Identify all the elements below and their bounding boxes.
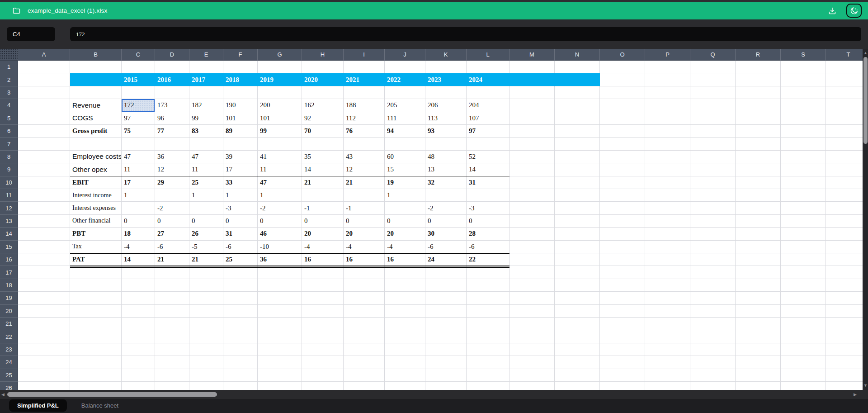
cell[interactable]: 205 <box>385 99 425 112</box>
cell[interactable] <box>258 343 302 356</box>
cell[interactable]: -6 <box>467 241 509 253</box>
cell[interactable] <box>736 215 781 228</box>
cell[interactable]: 0 <box>425 215 467 228</box>
cell[interactable] <box>223 61 258 73</box>
cell[interactable] <box>826 228 863 240</box>
cell[interactable] <box>189 292 223 304</box>
cell[interactable] <box>781 305 826 318</box>
cell[interactable]: 101 <box>258 112 302 125</box>
cell[interactable]: 70 <box>302 125 344 138</box>
cell[interactable] <box>600 189 645 202</box>
cell[interactable] <box>223 266 258 279</box>
cell[interactable] <box>18 189 70 202</box>
cell[interactable] <box>690 99 736 112</box>
row-header[interactable]: 3 <box>0 86 18 99</box>
cell[interactable] <box>600 343 645 356</box>
cell[interactable] <box>600 112 645 125</box>
cell[interactable]: 206 <box>425 99 467 112</box>
cell[interactable] <box>736 343 781 356</box>
row-header[interactable]: 17 <box>0 266 18 279</box>
cell[interactable] <box>425 369 467 382</box>
cell[interactable] <box>509 318 555 330</box>
cell[interactable]: 17 <box>223 163 258 176</box>
row-header[interactable]: 7 <box>0 138 18 150</box>
cell[interactable] <box>645 228 690 240</box>
cell[interactable] <box>18 163 70 176</box>
column-header[interactable]: P <box>645 49 690 61</box>
cell[interactable] <box>690 176 736 189</box>
cell[interactable] <box>736 151 781 163</box>
cell[interactable] <box>155 382 189 390</box>
cell[interactable]: 0 <box>223 215 258 228</box>
column-header[interactable]: M <box>509 49 555 61</box>
row-header[interactable]: 6 <box>0 125 18 138</box>
select-all-corner[interactable] <box>0 49 18 61</box>
cell[interactable]: 14 <box>122 253 155 266</box>
cell[interactable]: -6 <box>223 241 258 253</box>
cell[interactable] <box>18 241 70 253</box>
cell[interactable] <box>555 99 600 112</box>
scroll-up-arrow[interactable]: ▲ <box>863 51 868 55</box>
cell[interactable] <box>645 369 690 382</box>
cell[interactable] <box>70 138 122 150</box>
cell[interactable]: 190 <box>223 99 258 112</box>
cell[interactable] <box>645 382 690 390</box>
cell[interactable] <box>781 202 826 214</box>
cell[interactable]: 21 <box>302 176 344 189</box>
row-label[interactable]: Interest income <box>70 189 122 202</box>
cell[interactable]: 22 <box>467 253 509 266</box>
cell[interactable] <box>781 343 826 356</box>
cell[interactable] <box>555 112 600 125</box>
column-header[interactable]: S <box>781 49 826 61</box>
cell[interactable]: 46 <box>258 228 302 240</box>
cell[interactable]: -1 <box>302 202 344 214</box>
cell[interactable] <box>18 176 70 189</box>
cell[interactable]: 2024 <box>467 73 509 86</box>
cell[interactable] <box>826 61 863 73</box>
cell[interactable] <box>826 253 863 266</box>
cell[interactable]: 2020 <box>302 73 344 86</box>
cell[interactable] <box>690 163 736 176</box>
cell[interactable] <box>690 369 736 382</box>
cell[interactable] <box>826 112 863 125</box>
cell[interactable] <box>826 292 863 304</box>
cell[interactable]: 21 <box>344 176 385 189</box>
cell[interactable] <box>385 266 425 279</box>
column-header[interactable]: H <box>302 49 344 61</box>
cell[interactable]: 97 <box>467 125 509 138</box>
cell[interactable] <box>781 99 826 112</box>
cell[interactable] <box>223 369 258 382</box>
cell[interactable] <box>302 86 344 99</box>
cell[interactable] <box>425 382 467 390</box>
cell[interactable] <box>509 61 555 73</box>
cell[interactable]: 14 <box>467 163 509 176</box>
cell[interactable]: 83 <box>189 125 223 138</box>
cell[interactable] <box>344 86 385 99</box>
column-header[interactable]: G <box>258 49 302 61</box>
cell[interactable] <box>690 86 736 99</box>
cell[interactable]: 52 <box>467 151 509 163</box>
cell[interactable] <box>18 382 70 390</box>
cell[interactable] <box>826 215 863 228</box>
cell[interactable] <box>781 151 826 163</box>
cell[interactable] <box>155 305 189 318</box>
scroll-right-arrow[interactable]: ▶ <box>854 393 857 397</box>
cell[interactable] <box>690 228 736 240</box>
cell[interactable]: 16 <box>302 253 344 266</box>
cell[interactable] <box>425 292 467 304</box>
cell[interactable] <box>258 369 302 382</box>
cell[interactable] <box>70 73 122 86</box>
cell[interactable]: 0 <box>155 215 189 228</box>
horizontal-scrollbar-thumb[interactable] <box>7 392 217 397</box>
row-label[interactable]: Employee costs <box>70 151 122 163</box>
row-header[interactable]: 19 <box>0 292 18 304</box>
cell[interactable]: 2015 <box>122 73 155 86</box>
cell[interactable] <box>736 163 781 176</box>
cell[interactable] <box>781 228 826 240</box>
cell[interactable] <box>781 266 826 279</box>
cell[interactable] <box>344 369 385 382</box>
cell[interactable] <box>826 151 863 163</box>
cell[interactable] <box>122 292 155 304</box>
cell[interactable] <box>736 330 781 343</box>
cell[interactable] <box>425 356 467 369</box>
